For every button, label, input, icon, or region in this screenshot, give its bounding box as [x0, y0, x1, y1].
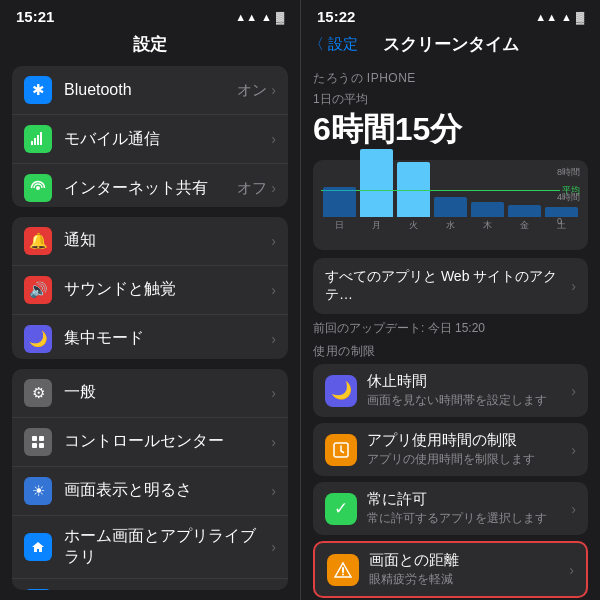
focus-item[interactable]: 🌙 集中モード › — [12, 315, 288, 359]
right-battery-icon: ▓ — [576, 11, 584, 23]
chart-bar — [434, 197, 467, 217]
mobile-icon — [24, 125, 52, 153]
connectivity-group: ✱ Bluetooth オン › モバイル通信 › インターネット共有 オフ ›… — [12, 66, 288, 207]
always-sub: 常に許可するアプリを選択します — [367, 510, 571, 527]
update-label: 前回のアップデート: 今日 15:20 — [313, 320, 588, 337]
controlcenter-item[interactable]: コントロールセンター › — [12, 418, 288, 467]
hotspot-label: インターネット共有 — [64, 178, 237, 199]
chart-day-label: 水 — [446, 219, 455, 232]
bluetooth-chevron: › — [271, 82, 276, 98]
chart-top-label: 8時間 — [557, 166, 580, 179]
right-status-icons: ▲▲ ▲ ▓ — [535, 11, 584, 23]
right-panel: 15:22 ▲▲ ▲ ▓ 〈 設定 スクリーンタイム たろうの IPHONE 1… — [300, 0, 600, 600]
chart-bar-wrap: 火 — [397, 162, 430, 232]
chart-bar — [360, 149, 393, 217]
bluetooth-item[interactable]: ✱ Bluetooth オン › — [12, 66, 288, 115]
nav-title: スクリーンタイム — [383, 33, 519, 56]
focus-label: 集中モード — [64, 328, 271, 349]
homescreen-chevron: › — [271, 539, 276, 555]
always-icon: ✓ — [325, 493, 357, 525]
svg-rect-2 — [37, 135, 39, 145]
always-title: 常に許可 — [367, 490, 571, 509]
hotspot-value: オフ — [237, 179, 267, 198]
downtime-text: 休止時間 画面を見ない時間帯を設定します — [367, 372, 571, 409]
applimit-title: アプリ使用時間の制限 — [367, 431, 571, 450]
hotspot-chevron: › — [271, 180, 276, 196]
hotspot-item[interactable]: インターネット共有 オフ › — [12, 164, 288, 207]
chart-bar — [508, 205, 541, 217]
applimit-text: アプリ使用時間の制限 アプリの使用時間を制限します — [367, 431, 571, 468]
daily-avg: 1日の平均 — [313, 91, 588, 108]
right-signal-icon: ▲▲ — [535, 11, 557, 23]
general-item[interactable]: ⚙ 一般 › — [12, 369, 288, 418]
nav-bar: 〈 設定 スクリーンタイム — [301, 29, 600, 62]
controlcenter-label: コントロールセンター — [64, 431, 271, 452]
notify-item[interactable]: 🔔 通知 › — [12, 217, 288, 266]
nav-back-button[interactable]: 〈 設定 — [309, 35, 358, 54]
svg-rect-9 — [32, 443, 37, 448]
chart-day-label: 日 — [335, 219, 344, 232]
svg-rect-10 — [39, 443, 44, 448]
controlcenter-icon — [24, 428, 52, 456]
bluetooth-value: オン — [237, 81, 267, 100]
sound-chevron: › — [271, 282, 276, 298]
accessibility-item[interactable]: アクセシビリティ › — [12, 579, 288, 590]
display-item[interactable]: ☀ 画面表示と明るさ › — [12, 467, 288, 516]
display-chevron: › — [271, 483, 276, 499]
always-item[interactable]: ✓ 常に許可 常に許可するアプリを選択します › — [313, 482, 588, 535]
all-apps-chevron: › — [571, 278, 576, 294]
applimit-chevron: › — [571, 442, 576, 458]
device-label: たろうの IPHONE — [313, 70, 588, 87]
sound-item[interactable]: 🔊 サウンドと触覚 › — [12, 266, 288, 315]
downtime-item[interactable]: 🌙 休止時間 画面を見ない時間帯を設定します › — [313, 364, 588, 417]
applimit-item[interactable]: アプリ使用時間の制限 アプリの使用時間を制限します › — [313, 423, 588, 476]
homescreen-label: ホーム画面とアプリライブラリ — [64, 526, 271, 568]
wifi-icon: ▲ — [261, 11, 272, 23]
right-status-bar: 15:22 ▲▲ ▲ ▓ — [301, 0, 600, 29]
right-wifi-icon: ▲ — [561, 11, 572, 23]
left-page-title: 設定 — [0, 29, 300, 66]
distance-item[interactable]: 画面との距離 眼精疲労を軽減 › — [313, 541, 588, 598]
bluetooth-icon: ✱ — [24, 76, 52, 104]
section-header: 使用の制限 — [313, 343, 588, 360]
distance-chevron: › — [569, 562, 574, 578]
svg-point-4 — [36, 186, 40, 190]
focus-icon: 🌙 — [24, 325, 52, 353]
usage-chart: 8時間 4時間 0 平均 日月火水木金土 — [313, 160, 588, 250]
general-label: 一般 — [64, 382, 271, 403]
right-time: 15:22 — [317, 8, 355, 25]
mobile-item[interactable]: モバイル通信 › — [12, 115, 288, 164]
sound-icon: 🔊 — [24, 276, 52, 304]
chart-bar-wrap: 水 — [434, 197, 467, 232]
battery-icon: ▓ — [276, 11, 284, 23]
left-time: 15:21 — [16, 8, 54, 25]
chart-bar-wrap: 金 — [508, 205, 541, 232]
notify-label: 通知 — [64, 230, 271, 251]
hotspot-icon — [24, 174, 52, 202]
controlcenter-chevron: › — [271, 434, 276, 450]
svg-rect-0 — [31, 141, 33, 145]
focus-chevron: › — [271, 331, 276, 347]
downtime-title: 休止時間 — [367, 372, 571, 391]
all-apps-text: すべてのアプリと Web サイトのアクテ… — [325, 268, 571, 304]
avg-label: 平均 — [562, 184, 580, 197]
all-apps-link[interactable]: すべてのアプリと Web サイトのアクテ… › — [313, 258, 588, 314]
notify-chevron: › — [271, 233, 276, 249]
always-text: 常に許可 常に許可するアプリを選択します — [367, 490, 571, 527]
homescreen-item[interactable]: ホーム画面とアプリライブラリ › — [12, 516, 288, 579]
left-panel: 15:21 ▲▲ ▲ ▓ 設定 ✱ Bluetooth オン › モバイル通信 … — [0, 0, 300, 600]
downtime-sub: 画面を見ない時間帯を設定します — [367, 392, 571, 409]
sound-label: サウンドと触覚 — [64, 279, 271, 300]
display-label: 画面表示と明るさ — [64, 480, 271, 501]
chart-day-label: 月 — [372, 219, 381, 232]
chart-bar-wrap: 木 — [471, 202, 504, 232]
screentime-content: たろうの IPHONE 1日の平均 6時間15分 8時間 4時間 0 平均 日月… — [301, 62, 600, 600]
notifications-group: 🔔 通知 › 🔊 サウンドと触覚 › 🌙 集中モード › スクリーンタイム › — [12, 217, 288, 359]
general-chevron: › — [271, 385, 276, 401]
accessibility-icon — [24, 589, 52, 590]
chart-day-label: 木 — [483, 219, 492, 232]
svg-rect-1 — [34, 138, 36, 145]
avg-line — [321, 190, 560, 191]
distance-text: 画面との距離 眼精疲労を軽減 — [369, 551, 569, 588]
bars-container: 日月火水木金土 — [321, 172, 580, 232]
